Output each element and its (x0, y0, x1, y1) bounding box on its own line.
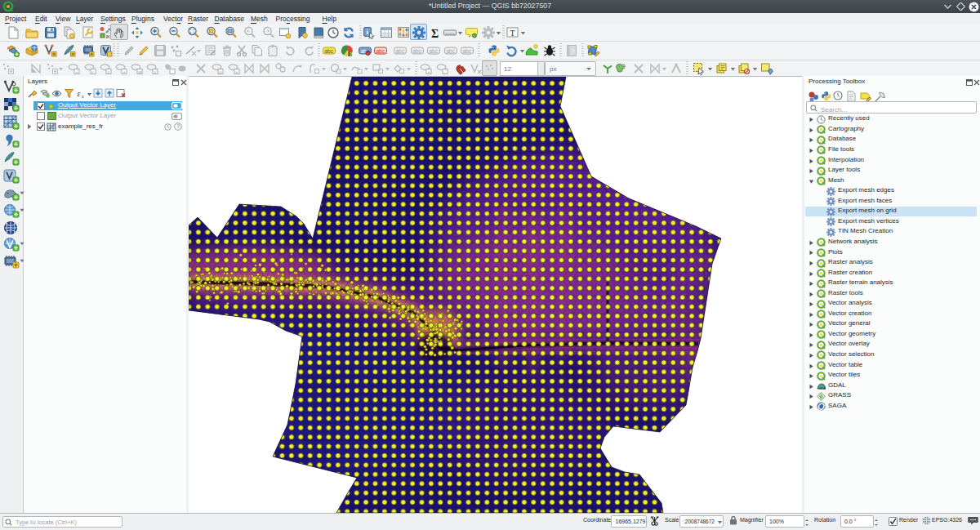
svg-text:x: x (82, 94, 84, 99)
svg-text:GDAL: GDAL (818, 386, 826, 390)
svg-text:?: ? (176, 123, 180, 129)
svg-text:ε: ε (78, 89, 81, 98)
